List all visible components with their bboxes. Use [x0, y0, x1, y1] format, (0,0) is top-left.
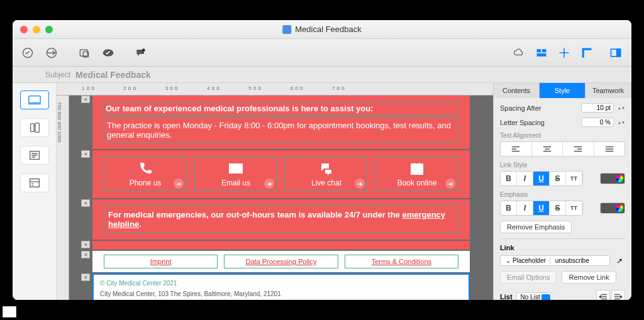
link-style-label: Link Style	[500, 162, 625, 168]
indent-left-button[interactable]	[611, 290, 625, 300]
align-right-button[interactable]	[563, 142, 594, 156]
align-justify-button[interactable]	[594, 142, 625, 156]
contact-phone[interactable]: Phone us ➜	[104, 157, 187, 192]
remove-link-button[interactable]: Remove Link	[562, 271, 616, 284]
privacy-link[interactable]: Data Processing Policy	[224, 255, 338, 268]
spacing-after-label: Spacing After	[500, 104, 577, 112]
spacing-stepper[interactable]: ▲▼	[618, 106, 625, 110]
row-handle[interactable]: ✕	[81, 199, 90, 207]
action-icon[interactable]: ➜	[264, 179, 274, 189]
canvas[interactable]: ✕ Our team of experienced medical profes…	[69, 96, 493, 300]
app-window: Medical Feedback Subject Medical Feedbac…	[13, 20, 631, 300]
footer-block[interactable]: © City Medical Center 2021 City Medical …	[92, 273, 470, 300]
bold-button[interactable]: B	[501, 172, 517, 185]
tab-style[interactable]: Style	[540, 83, 586, 98]
remove-emphasis-button[interactable]: Remove Emphasis	[500, 221, 572, 233]
list-label: List	[500, 293, 513, 300]
letter-spacing-input[interactable]: 0 %	[581, 118, 614, 127]
strikethrough-button[interactable]: S	[550, 201, 566, 215]
action-icon[interactable]: ➜	[445, 179, 455, 189]
hero-block[interactable]: Our team of experienced medical professi…	[92, 96, 470, 149]
row-handle[interactable]: ✕	[81, 273, 90, 281]
send-test-button[interactable]	[18, 45, 38, 61]
layout-blocks-icon[interactable]	[531, 44, 552, 62]
copyright-text[interactable]: © City Medical Center 2021	[100, 280, 462, 287]
placeholder-value[interactable]: unsubscribe	[553, 257, 608, 264]
toolbar	[13, 39, 631, 67]
small-caps-button[interactable]: TT	[566, 172, 582, 185]
comment-button[interactable]	[131, 45, 151, 61]
emergency-block[interactable]: For medical emergencies, our out-of-hour…	[92, 199, 470, 240]
link-placeholder-field[interactable]: ⌄ Placeholder unsubscribe	[500, 255, 610, 266]
text-preview-button[interactable]	[20, 146, 49, 165]
check-button[interactable]	[98, 45, 118, 61]
small-caps-button[interactable]: TT	[566, 201, 582, 215]
contact-email[interactable]: Email us ➜	[194, 157, 277, 192]
window-title-text: Medical Feedback	[295, 25, 362, 34]
placeholder-dropdown[interactable]: ⌄ Placeholder	[502, 257, 550, 264]
canvas-area: 700 800 900 1000 ✕ Our team of experienc…	[57, 83, 493, 300]
send-button[interactable]	[42, 45, 62, 61]
close-window-button[interactable]	[20, 26, 28, 33]
inspector-toggle-icon[interactable]	[605, 44, 626, 62]
source-preview-button[interactable]	[20, 174, 49, 192]
underline-button[interactable]: U	[533, 201, 550, 215]
contact-chat[interactable]: Live chat ➜	[285, 157, 368, 192]
text-alignment-label: Text Alignment	[500, 132, 625, 139]
indent-right-button[interactable]	[596, 290, 610, 300]
calendar-icon	[408, 161, 426, 176]
svg-rect-12	[30, 124, 34, 132]
cloud-icon[interactable]	[508, 44, 530, 62]
hero-body[interactable]: The practice is open Monday - Friday 8:0…	[104, 118, 458, 143]
italic-button[interactable]: I	[517, 172, 533, 185]
emergency-suffix: .	[139, 219, 142, 229]
zoom-window-button[interactable]	[45, 26, 53, 33]
row-handle[interactable]: ✕	[81, 150, 90, 158]
italic-button[interactable]: I	[517, 201, 533, 215]
terms-link[interactable]: Terms & Conditions	[345, 255, 458, 268]
link-color-swatch[interactable]	[600, 173, 625, 184]
subject-value[interactable]: Medical Feedback	[75, 70, 151, 80]
horizontal-ruler	[57, 83, 493, 96]
email-document[interactable]: ✕ Our team of experienced medical profes…	[92, 96, 470, 300]
imprint-link[interactable]: Imprint	[104, 255, 218, 268]
spacer-block[interactable]	[92, 241, 470, 250]
ruler-icon[interactable]	[576, 44, 597, 62]
contact-row[interactable]: Phone us ➜ Email us ➜	[92, 150, 470, 198]
contact-label: Phone us	[130, 179, 162, 187]
action-icon[interactable]: ➜	[174, 179, 184, 189]
mobile-preview-button[interactable]	[20, 118, 49, 137]
tab-contents[interactable]: Contents	[494, 83, 540, 98]
address-text[interactable]: City Medical Center, 103 The Spires, Bal…	[100, 290, 462, 297]
minimize-window-button[interactable]	[33, 26, 40, 33]
open-link-icon[interactable]: ↗	[614, 257, 625, 265]
alignment-guides-icon[interactable]	[553, 44, 575, 62]
svg-rect-11	[28, 96, 40, 103]
spacing-after-input[interactable]: 10 pt	[581, 103, 614, 113]
strikethrough-button[interactable]: S	[550, 172, 566, 185]
list-select[interactable]: No List	[516, 292, 552, 301]
tab-teamwork[interactable]: Teamwork	[586, 83, 631, 98]
underline-button[interactable]: U	[533, 172, 550, 185]
emergency-text[interactable]: For medical emergencies, our out-of-hour…	[104, 206, 458, 233]
action-icon[interactable]: ➜	[355, 179, 365, 189]
svg-rect-10	[617, 49, 621, 57]
preview-button[interactable]	[74, 45, 94, 61]
row-handle[interactable]: ✕	[81, 251, 90, 258]
row-handle[interactable]: ✕	[81, 96, 90, 103]
inspector-tabs: Contents Style Teamwork	[494, 83, 631, 98]
desktop-preview-button[interactable]	[20, 91, 49, 109]
align-left-button[interactable]	[501, 142, 532, 156]
svg-rect-15	[30, 179, 39, 187]
align-center-button[interactable]	[532, 142, 564, 156]
bold-button[interactable]: B	[501, 201, 517, 215]
window-title: Medical Feedback	[282, 25, 362, 34]
link-section-label: Link	[500, 244, 625, 251]
emphasis-color-swatch[interactable]	[600, 202, 625, 214]
legal-links-row[interactable]: Imprint Data Processing Policy Terms & C…	[92, 251, 470, 272]
svg-rect-8	[537, 53, 547, 56]
hero-heading[interactable]: Our team of experienced medical professi…	[104, 102, 458, 115]
letter-stepper[interactable]: ▲▼	[618, 121, 625, 124]
row-handle[interactable]: ✕	[81, 241, 90, 248]
contact-book[interactable]: Book online ➜	[375, 157, 458, 192]
